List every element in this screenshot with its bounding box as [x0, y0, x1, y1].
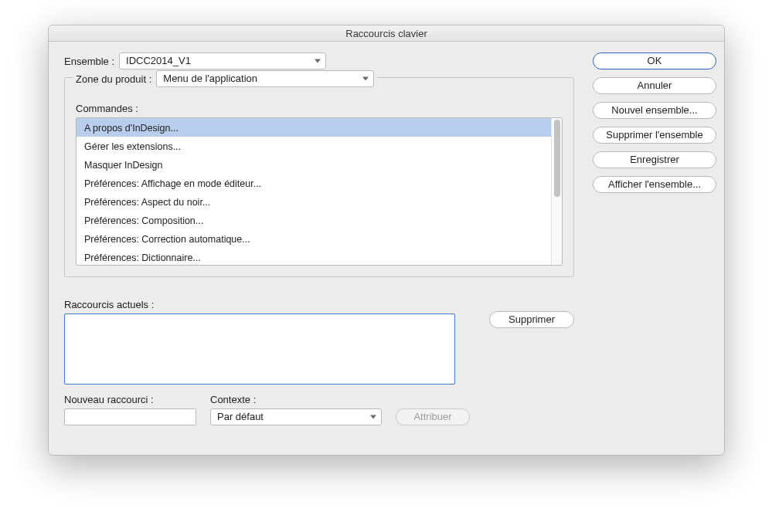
chevron-down-icon: [370, 415, 376, 419]
scrollbar[interactable]: [551, 118, 562, 265]
save-button[interactable]: Enregistrer: [593, 151, 716, 168]
ensemble-select-value: IDCC2014_V1: [126, 55, 191, 66]
assign-button[interactable]: Attribuer: [396, 408, 470, 425]
list-item[interactable]: Masquer InDesign: [77, 155, 551, 174]
scrollbar-thumb[interactable]: [554, 120, 560, 197]
dialog-body: Ensemble : IDCC2014_V1 Zone du produit :…: [49, 42, 724, 441]
ok-button[interactable]: OK: [593, 53, 716, 69]
context-select-value: Par défaut: [217, 411, 264, 422]
list-item[interactable]: Préférences: Aspect du noir...: [77, 192, 551, 211]
list-item[interactable]: Préférences: Affichage en mode éditeur..…: [77, 174, 551, 192]
list-item[interactable]: Préférences: Correction automatique...: [77, 229, 551, 248]
current-shortcuts-box[interactable]: [64, 313, 455, 385]
commands-list-inner: A propos d'InDesign... Gérer les extensi…: [77, 118, 551, 265]
dialog-title: Raccourcis clavier: [49, 25, 724, 42]
current-shortcuts-label: Raccourcis actuels :: [64, 299, 455, 310]
delete-set-button[interactable]: Supprimer l'ensemble: [593, 127, 716, 144]
context-col: Contexte : Par défaut: [210, 394, 382, 425]
new-shortcut-input[interactable]: [64, 408, 196, 425]
new-shortcut-col: Nouveau raccourci :: [64, 394, 196, 425]
list-item[interactable]: A propos d'InDesign...: [77, 118, 551, 137]
current-shortcuts-col: Raccourcis actuels :: [64, 290, 455, 385]
delete-wrap: Supprimer: [489, 290, 574, 328]
chevron-down-icon: [362, 77, 369, 81]
list-item[interactable]: Préférences: Composition...: [77, 211, 551, 229]
product-zone-fieldset: Zone du produit : Menu de l'application …: [64, 77, 574, 277]
context-label: Contexte :: [210, 394, 382, 405]
delete-shortcut-button[interactable]: Supprimer: [489, 311, 574, 328]
keyboard-shortcuts-dialog: Raccourcis clavier Ensemble : IDCC2014_V…: [48, 25, 725, 456]
side-buttons: OK Annuler Nouvel ensemble... Supprimer …: [593, 53, 716, 425]
zone-select-value: Menu de l'application: [163, 73, 257, 84]
zone-label: Zone du produit :: [76, 73, 151, 85]
cancel-button[interactable]: Annuler: [593, 77, 716, 94]
list-item[interactable]: Gérer les extensions...: [77, 137, 551, 155]
chevron-down-icon: [315, 59, 321, 63]
ensemble-label: Ensemble :: [64, 56, 114, 67]
zone-select[interactable]: Menu de l'application: [156, 70, 374, 87]
current-shortcuts-row: Raccourcis actuels : Supprimer: [64, 290, 574, 385]
new-set-button[interactable]: Nouvel ensemble...: [593, 102, 716, 119]
commands-label: Commandes :: [76, 103, 563, 114]
new-shortcut-label: Nouveau raccourci :: [64, 394, 196, 405]
ensemble-row: Ensemble : IDCC2014_V1: [64, 53, 574, 69]
context-select[interactable]: Par défaut: [210, 408, 382, 425]
commands-listbox[interactable]: A propos d'InDesign... Gérer les extensi…: [76, 117, 563, 266]
show-set-button[interactable]: Afficher l'ensemble...: [593, 176, 716, 193]
ensemble-select[interactable]: IDCC2014_V1: [119, 53, 326, 69]
product-zone-legend: Zone du produit : Menu de l'application: [73, 70, 377, 87]
left-panel: Ensemble : IDCC2014_V1 Zone du produit :…: [64, 53, 574, 425]
new-shortcut-row: Nouveau raccourci : Contexte : Par défau…: [64, 394, 574, 425]
list-item[interactable]: Préférences: Dictionnaire...: [77, 248, 551, 265]
